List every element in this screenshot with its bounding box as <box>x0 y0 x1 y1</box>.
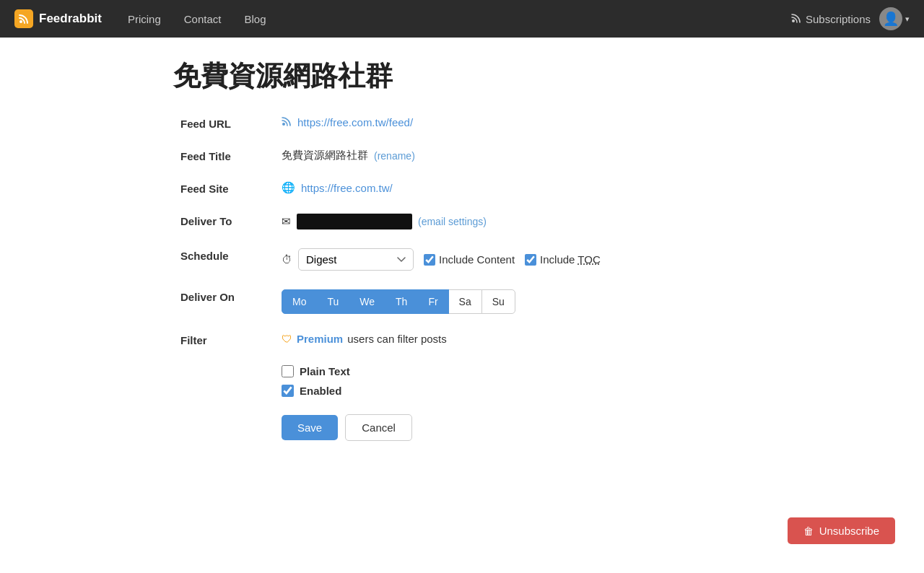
feed-site-label: Feed Site <box>180 181 282 195</box>
plain-text-checkbox-label[interactable]: Plain Text <box>282 365 744 377</box>
page-title: 免費資源網路社群 <box>173 58 751 95</box>
email-settings-link[interactable]: (email settings) <box>418 216 487 227</box>
enabled-label: Enabled <box>300 385 341 397</box>
include-content-checkbox[interactable] <box>424 254 435 266</box>
feed-url-link[interactable]: https://free.com.tw/feed/ <box>297 116 413 128</box>
feed-site-value: 🌐 https://free.com.tw/ <box>282 181 393 194</box>
day-th-button[interactable]: Th <box>385 289 418 314</box>
actions-row: Save Cancel <box>173 414 751 441</box>
schedule-select[interactable]: Digest Immediately Daily Weekly <box>298 248 414 271</box>
feed-site-link[interactable]: https://free.com.tw/ <box>301 182 393 194</box>
plain-text-checkbox[interactable] <box>282 365 294 377</box>
svg-point-2 <box>282 123 285 126</box>
deliver-on-value: Mo Tu We Th Fr Sa Su <box>282 289 515 314</box>
deliver-on-label: Deliver On <box>180 289 282 303</box>
main-content: 免費資源網路社群 Feed URL https://free.com.tw/fe… <box>152 38 772 470</box>
include-content-label: Include Content <box>439 253 515 266</box>
brand-name: Feedrabbit <box>39 12 102 26</box>
day-mo-button[interactable]: Mo <box>282 289 317 314</box>
feed-url-value: https://free.com.tw/feed/ <box>282 116 413 128</box>
globe-icon: 🌐 <box>282 181 295 194</box>
nav-pricing[interactable]: Pricing <box>116 0 173 38</box>
day-fr-button[interactable]: Fr <box>417 289 448 314</box>
include-toc-label: Include TOC <box>540 253 601 266</box>
avatar-caret-icon: ▾ <box>905 14 910 24</box>
feed-title-row: Feed Title 免費資源網路社群 (rename) <box>173 149 751 162</box>
include-toc-checkbox[interactable] <box>525 254 536 266</box>
deliver-to-value: ✉ (email settings) <box>282 214 487 229</box>
feed-url-label: Feed URL <box>180 116 282 130</box>
filter-row: Filter 🛡 Premium users can filter posts <box>173 333 751 346</box>
schedule-row: Schedule ⏱ Digest Immediately Daily Week… <box>173 248 751 271</box>
clock-icon: ⏱ <box>282 253 292 266</box>
schedule-value: ⏱ Digest Immediately Daily Weekly Includ… <box>282 248 601 271</box>
nav-blog[interactable]: Blog <box>232 0 277 38</box>
svg-point-1 <box>792 19 795 22</box>
include-content-checkbox-label[interactable]: Include Content <box>424 253 515 266</box>
svg-point-0 <box>19 20 22 23</box>
checkboxes-section: Plain Text Enabled <box>173 365 751 397</box>
filter-content: 🛡 Premium users can filter posts <box>282 333 447 345</box>
avatar: 👤 <box>879 7 902 30</box>
feed-title-text: 免費資源網路社群 <box>282 149 368 162</box>
rss-icon <box>791 13 801 25</box>
feed-title-label: Feed Title <box>180 149 282 162</box>
day-sa-button[interactable]: Sa <box>448 289 482 314</box>
shield-icon: 🛡 <box>282 333 292 345</box>
enabled-checkbox-label[interactable]: Enabled <box>282 385 744 397</box>
brand-logo[interactable]: Feedrabbit <box>14 9 102 28</box>
brand-icon <box>14 9 33 28</box>
day-tu-button[interactable]: Tu <box>316 289 349 314</box>
email-icon: ✉ <box>282 215 291 228</box>
schedule-label: Schedule <box>180 248 282 262</box>
subscriptions-label: Subscriptions <box>806 13 871 25</box>
day-buttons: Mo Tu We Th Fr Sa Su <box>282 289 515 314</box>
day-su-button[interactable]: Su <box>481 289 515 314</box>
day-we-button[interactable]: We <box>349 289 385 314</box>
deliver-on-row: Deliver On Mo Tu We Th Fr Sa Su <box>173 289 751 314</box>
nav-contact[interactable]: Contact <box>173 0 233 38</box>
feed-title-value: 免費資源網路社群 (rename) <box>282 149 415 162</box>
plain-text-label: Plain Text <box>300 365 350 377</box>
filter-text: users can filter posts <box>347 333 447 345</box>
nav-right: Subscriptions 👤 ▾ <box>791 7 910 30</box>
nav-links: Pricing Contact Blog <box>116 0 791 38</box>
navbar: Feedrabbit Pricing Contact Blog Subscrip… <box>0 0 924 38</box>
filter-value: 🛡 Premium users can filter posts <box>282 333 447 345</box>
subscriptions-link[interactable]: Subscriptions <box>791 13 871 25</box>
feed-url-row: Feed URL https://free.com.tw/feed/ <box>173 116 751 130</box>
toc-text: TOC <box>578 253 600 266</box>
include-toc-checkbox-label[interactable]: Include TOC <box>525 253 601 266</box>
feed-site-row: Feed Site 🌐 https://free.com.tw/ <box>173 181 751 195</box>
cancel-button[interactable]: Cancel <box>345 414 412 441</box>
user-avatar-wrapper[interactable]: 👤 ▾ <box>879 7 910 30</box>
filter-label: Filter <box>180 333 282 346</box>
email-redacted <box>297 214 412 229</box>
premium-link[interactable]: Premium <box>297 333 343 345</box>
save-button[interactable]: Save <box>282 415 338 440</box>
rss-feed-icon <box>282 116 292 128</box>
deliver-to-row: Deliver To ✉ (email settings) <box>173 214 751 229</box>
rename-link[interactable]: (rename) <box>374 150 415 162</box>
enabled-checkbox[interactable] <box>282 385 294 397</box>
deliver-to-label: Deliver To <box>180 214 282 227</box>
schedule-controls: Digest Immediately Daily Weekly Include … <box>298 248 601 271</box>
